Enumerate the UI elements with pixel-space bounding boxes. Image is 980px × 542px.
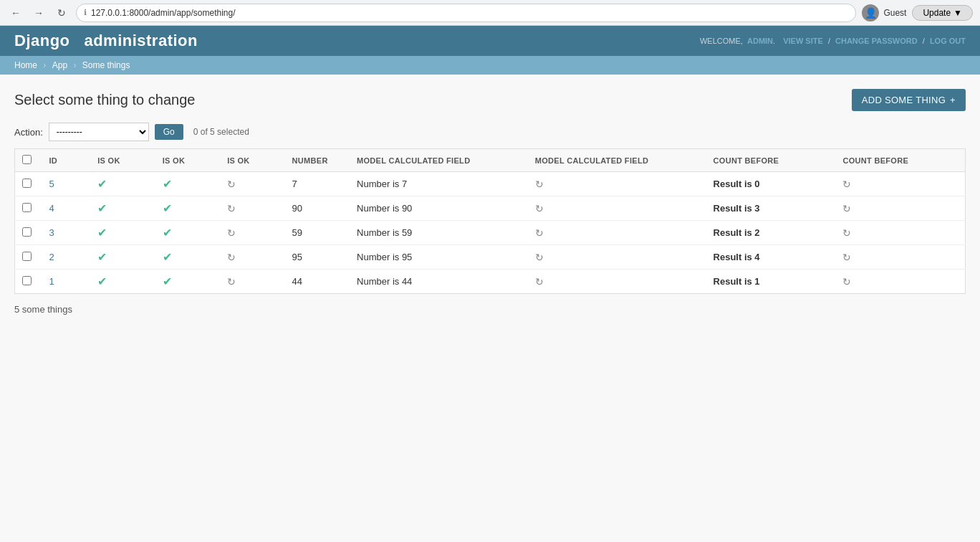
refresh-icon: ↻	[842, 227, 851, 239]
forward-button[interactable]: →	[30, 4, 47, 22]
header-count-before1[interactable]: COUNT BEFORE	[706, 149, 836, 172]
log-out-link[interactable]: LOG OUT	[930, 37, 966, 45]
sep2: /	[828, 37, 830, 45]
admin-link[interactable]: ADMIN	[747, 37, 773, 45]
update-button[interactable]: Update ▼	[912, 5, 973, 21]
add-icon: +	[950, 95, 956, 105]
row-id-link[interactable]: 4	[49, 203, 54, 214]
refresh-icon: ↻	[842, 203, 851, 214]
refresh-icon: ↻	[227, 276, 236, 287]
refresh-icon: ↻	[227, 179, 236, 190]
header-isok1[interactable]: IS OK	[90, 149, 155, 172]
check-green-icon: ✔	[163, 227, 172, 239]
header-isok2[interactable]: IS OK	[155, 149, 220, 172]
header-count-before2[interactable]: COUNT BEFORE	[835, 149, 965, 172]
breadcrumb-sep1: ›	[43, 60, 48, 70]
table-row: 1✔✔↻44Number is 44↻Result is 1↻	[15, 270, 966, 294]
row-count-before2: ↻	[835, 172, 965, 196]
row-checkbox-cell	[15, 245, 42, 270]
row-model-field1: Number is 90	[350, 196, 528, 221]
row-id: 3	[42, 221, 90, 245]
welcome-text: WELCOME,	[700, 37, 743, 45]
user-info: WELCOME, ADMIN. VIEW SITE / CHANGE PASSW…	[700, 37, 966, 45]
header-id[interactable]: ID	[42, 149, 90, 172]
check-green-icon: ✔	[163, 178, 172, 190]
table-row: 5✔✔↻7Number is 7↻Result is 0↻	[15, 172, 966, 196]
page-title: Select some thing to change	[14, 92, 195, 108]
title-main: administration	[84, 32, 198, 49]
refresh-icon: ↻	[227, 227, 236, 239]
row-count-before2: ↻	[835, 245, 965, 270]
row-checkbox-cell	[15, 172, 42, 196]
check-green-icon: ✔	[163, 251, 172, 263]
check-green-icon: ✔	[97, 178, 107, 190]
row-isok2: ✔	[155, 196, 220, 221]
count-before-value: Result is 4	[714, 252, 760, 262]
count-before-value: Result is 2	[714, 227, 760, 238]
header-model-field2[interactable]: MODEL CALCULATED FIELD	[528, 149, 706, 172]
header-model-field1[interactable]: MODEL CALCULATED FIELD	[350, 149, 528, 172]
footer-count: 5 some things	[14, 301, 966, 318]
add-button[interactable]: ADD SOME THING +	[852, 89, 966, 111]
refresh-icon: ↻	[227, 203, 236, 214]
row-count-before1: Result is 2	[706, 221, 836, 245]
row-checkbox[interactable]	[22, 252, 32, 261]
row-id-link[interactable]: 5	[49, 179, 54, 189]
row-count-before1: Result is 1	[706, 270, 836, 294]
row-checkbox[interactable]	[22, 203, 32, 212]
header-checkbox-cell	[15, 149, 42, 172]
check-green-icon: ✔	[97, 275, 107, 287]
row-count-before1: Result is 3	[706, 196, 836, 221]
action-bar: Action: --------- Go 0 of 5 selected	[14, 123, 966, 141]
row-id: 1	[42, 270, 90, 294]
row-id-link[interactable]: 1	[49, 276, 54, 287]
row-id-link[interactable]: 3	[49, 227, 54, 238]
refresh-icon: ↻	[842, 276, 851, 287]
table-row: 3✔✔↻59Number is 59↻Result is 2↻	[15, 221, 966, 245]
breadcrumb-home[interactable]: Home	[14, 60, 37, 70]
row-checkbox[interactable]	[22, 276, 32, 285]
row-checkbox-cell	[15, 221, 42, 245]
refresh-button[interactable]: ↻	[53, 4, 70, 22]
refresh-icon: ↻	[842, 252, 851, 263]
guest-area: 👤 Guest	[862, 4, 906, 22]
row-id: 5	[42, 172, 90, 196]
refresh-icon: ↻	[535, 203, 544, 214]
sep3: /	[923, 37, 925, 45]
breadcrumb-app[interactable]: App	[52, 60, 67, 70]
count-before-value: Result is 3	[714, 203, 760, 214]
row-isok3: ↻	[220, 172, 284, 196]
row-checkbox[interactable]	[22, 227, 32, 237]
row-number: 59	[285, 221, 350, 245]
row-id: 4	[42, 196, 90, 221]
row-model-field1: Number is 95	[350, 245, 528, 270]
header-number[interactable]: NUMBER	[285, 149, 350, 172]
header-isok3[interactable]: IS OK	[220, 149, 284, 172]
view-site-link[interactable]: VIEW SITE	[783, 37, 823, 45]
data-table: ID IS OK IS OK IS OK NUMBER MODEL CALCUL…	[14, 148, 966, 294]
action-select[interactable]: ---------	[49, 123, 149, 141]
row-isok2: ✔	[155, 221, 220, 245]
row-id-link[interactable]: 2	[49, 252, 54, 262]
row-isok1: ✔	[90, 270, 155, 294]
refresh-icon: ↻	[842, 179, 851, 190]
check-green-icon: ✔	[97, 227, 107, 239]
select-all-checkbox[interactable]	[22, 155, 32, 164]
update-label: Update	[923, 8, 951, 18]
page-header: Select some thing to change ADD SOME THI…	[14, 89, 966, 111]
row-count-before1: Result is 0	[706, 172, 836, 196]
row-checkbox-cell	[15, 270, 42, 294]
back-button[interactable]: ←	[7, 4, 24, 22]
count-before-value: Result is 1	[714, 276, 760, 287]
check-green-icon: ✔	[97, 202, 107, 214]
row-checkbox-cell	[15, 196, 42, 221]
row-count-before2: ↻	[835, 270, 965, 294]
refresh-icon: ↻	[535, 227, 544, 239]
row-isok2: ✔	[155, 270, 220, 294]
change-password-link[interactable]: CHANGE PASSWORD	[835, 37, 918, 45]
row-isok2: ✔	[155, 172, 220, 196]
main-content: Select some thing to change ADD SOME THI…	[0, 75, 980, 332]
go-button[interactable]: Go	[155, 124, 183, 140]
row-checkbox[interactable]	[22, 179, 32, 188]
breadcrumb-current: Some things	[82, 60, 130, 70]
